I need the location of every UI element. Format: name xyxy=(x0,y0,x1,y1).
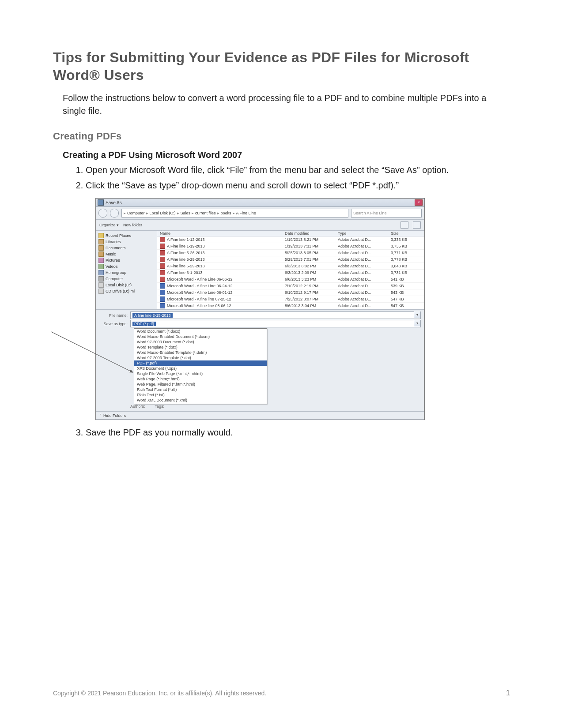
dialog-title: Save As xyxy=(106,200,122,205)
nav-item-label: Libraries xyxy=(106,240,121,244)
search-placeholder: Search A Fine Line xyxy=(353,211,387,215)
search-input[interactable]: Search A Fine Line xyxy=(351,209,422,218)
file-type: Adobe Acrobat D... xyxy=(338,297,391,301)
view-button[interactable] xyxy=(401,221,408,229)
nav-back-button[interactable] xyxy=(98,209,107,218)
save-type-option[interactable]: XPS Document (*.xps) xyxy=(134,366,267,371)
file-row[interactable]: A Fine line 6-1-20136/3/2013 2:09 PMAdob… xyxy=(157,270,424,276)
file-name-dropdown-icon[interactable]: ▾ xyxy=(414,311,420,318)
nav-item-label: Pictures xyxy=(106,258,120,263)
file-row[interactable]: A Fine line 1-12-20131/19/2013 8:21 PMAd… xyxy=(157,236,424,243)
close-button[interactable]: × xyxy=(415,199,423,206)
save-type-options[interactable]: Word Document (*.docx)Word Macro-Enabled… xyxy=(134,328,267,404)
save-type-option[interactable]: Word XML Document (*.xml) xyxy=(134,398,267,403)
file-size: 3,778 KB xyxy=(391,257,422,262)
file-type: Adobe Acrobat D... xyxy=(338,304,391,308)
path-breadcrumb[interactable]: ▸ Computer▸ Local Disk (C:)▸ Sales▸ curr… xyxy=(121,209,348,218)
bc-seg[interactable]: Local Disk (C:) xyxy=(150,211,176,215)
folder-icon xyxy=(98,289,104,294)
col-type[interactable]: Type xyxy=(338,231,391,236)
nav-forward-button[interactable] xyxy=(110,209,119,218)
bc-seg[interactable]: Computer xyxy=(127,211,145,215)
file-row[interactable]: Microsoft Word - A fine Line 06-24-127/1… xyxy=(157,283,424,289)
file-name: A Fine line 5-29-2013 xyxy=(167,264,205,268)
save-type-option[interactable]: Single File Web Page (*.mht;*.mhtml) xyxy=(134,371,267,376)
save-type-option[interactable]: Plain Text (*.txt) xyxy=(134,392,267,398)
organize-menu[interactable]: Organize ▾ xyxy=(99,223,119,227)
nav-item[interactable]: Pictures xyxy=(98,257,155,263)
file-name: Microsoft Word - A fine Line 06-01-12 xyxy=(167,290,232,295)
nav-item[interactable]: Recent Places xyxy=(98,233,155,239)
file-size: 3,735 KB xyxy=(391,244,422,248)
new-folder-button[interactable]: New folder xyxy=(123,223,142,227)
save-type-option[interactable]: Word 97-2003 Document (*.doc) xyxy=(134,339,267,345)
nav-item[interactable]: Local Disk (C:) xyxy=(98,282,155,288)
chevron-up-icon[interactable]: ˄ xyxy=(99,413,102,418)
file-name-value: A fine line 2-15-2013 xyxy=(132,313,173,318)
file-type: Adobe Acrobat D... xyxy=(338,244,391,248)
folder-icon xyxy=(98,282,104,288)
save-type-option[interactable]: Web Page, Filtered (*.htm;*.html) xyxy=(134,382,267,387)
save-type-option[interactable]: Web Page (*.htm;*.html) xyxy=(134,376,267,382)
save-type-dropdown[interactable]: PDF (*.pdf) ▾ xyxy=(130,320,421,327)
col-name[interactable]: Name xyxy=(160,231,285,236)
nav-item-label: Recent Places xyxy=(106,233,131,238)
nav-item[interactable]: Videos xyxy=(98,263,155,270)
nav-item[interactable]: Libraries xyxy=(98,239,155,245)
intro-text: Follow the instructions below to convert… xyxy=(53,92,510,117)
save-type-option[interactable]: Word Document (*.docx) xyxy=(134,329,267,334)
nav-item[interactable]: Computer xyxy=(98,276,155,282)
hide-folders-link[interactable]: Hide Folders xyxy=(103,413,126,418)
save-type-option[interactable]: Word Template (*.dotx) xyxy=(134,345,267,350)
folder-icon xyxy=(98,270,104,275)
file-name: Microsoft Word - A fine line 07-25-12 xyxy=(167,297,231,301)
file-date: 7/25/2012 8:07 PM xyxy=(285,297,338,301)
footer-copyright: Copyright © 2021 Pearson Education, Inc.… xyxy=(53,690,266,697)
file-row[interactable]: A Fine line 1-19-20131/19/2013 7:31 PMAd… xyxy=(157,243,424,250)
col-size[interactable]: Size xyxy=(391,231,422,236)
file-date: 6/6/2013 3:23 PM xyxy=(285,277,338,281)
file-row[interactable]: Microsoft Word - A fine line 07-25-127/2… xyxy=(157,296,424,303)
file-row[interactable]: A Fine line 5-26-20135/25/2013 8:05 PMAd… xyxy=(157,250,424,256)
folder-icon xyxy=(98,245,104,251)
bc-seg[interactable]: A Fine Line xyxy=(236,211,256,215)
file-row[interactable]: Microsoft Word - A fine Line 06-06-126/6… xyxy=(157,276,424,283)
file-row[interactable]: Microsoft Word - A fine line 08-06-128/6… xyxy=(157,303,424,309)
help-button[interactable] xyxy=(413,221,421,229)
save-type-value: PDF (*.pdf) xyxy=(132,322,156,326)
nav-item[interactable]: Music xyxy=(98,251,155,257)
save-type-option[interactable]: Word Macro-Enabled Template (*.dotm) xyxy=(134,350,267,355)
nav-item[interactable]: Homegroup xyxy=(98,270,155,276)
save-type-label: Save as type: xyxy=(99,322,128,326)
file-row[interactable]: A Fine line 5-29-20136/3/2013 8:02 PMAdo… xyxy=(157,263,424,270)
nav-item[interactable]: Documents xyxy=(98,245,155,251)
save-type-dropdown-icon[interactable]: ▾ xyxy=(414,320,420,326)
nav-item[interactable]: CD Drive (D:) ml xyxy=(98,288,155,294)
file-name: A Fine line 6-1-2013 xyxy=(167,270,203,275)
file-type: Adobe Acrobat D... xyxy=(338,237,391,242)
folder-icon xyxy=(98,239,104,244)
save-type-option[interactable]: Word Macro-Enabled Document (*.docm) xyxy=(134,334,267,339)
save-type-option[interactable]: Word 97-2003 Template (*.dot) xyxy=(134,355,267,360)
save-type-option[interactable]: Rich Text Format (*.rtf) xyxy=(134,387,267,392)
folder-icon xyxy=(98,233,104,238)
save-type-option[interactable]: Word 2003 XML Document (*.xml) xyxy=(134,403,267,404)
file-type: Adobe Acrobat D... xyxy=(338,277,391,281)
bc-seg[interactable]: books xyxy=(221,211,231,215)
bc-seg[interactable]: current files xyxy=(195,211,216,215)
bc-seg[interactable]: Sales xyxy=(181,211,191,215)
save-type-option[interactable]: PDF (*.pdf) xyxy=(134,360,267,366)
file-icon xyxy=(160,257,165,262)
file-date: 7/10/2012 2:19 PM xyxy=(285,284,338,288)
file-date: 5/25/2013 8:05 PM xyxy=(285,251,338,255)
file-size: 543 KB xyxy=(391,290,422,295)
file-row[interactable]: Microsoft Word - A fine Line 06-01-126/1… xyxy=(157,289,424,296)
file-icon xyxy=(160,270,165,275)
file-row[interactable]: A Fine line 5-29-20135/29/2013 7:01 PMAd… xyxy=(157,256,424,263)
file-list[interactable]: Name Date modified Type Size A Fine line… xyxy=(157,231,424,309)
col-date[interactable]: Date modified xyxy=(285,231,338,236)
file-size: 547 KB xyxy=(391,297,422,301)
file-name: A Fine line 1-12-2013 xyxy=(167,237,205,242)
file-name-input[interactable]: A fine line 2-15-2013 ▾ xyxy=(130,311,421,319)
file-size: 547 KB xyxy=(391,304,422,308)
